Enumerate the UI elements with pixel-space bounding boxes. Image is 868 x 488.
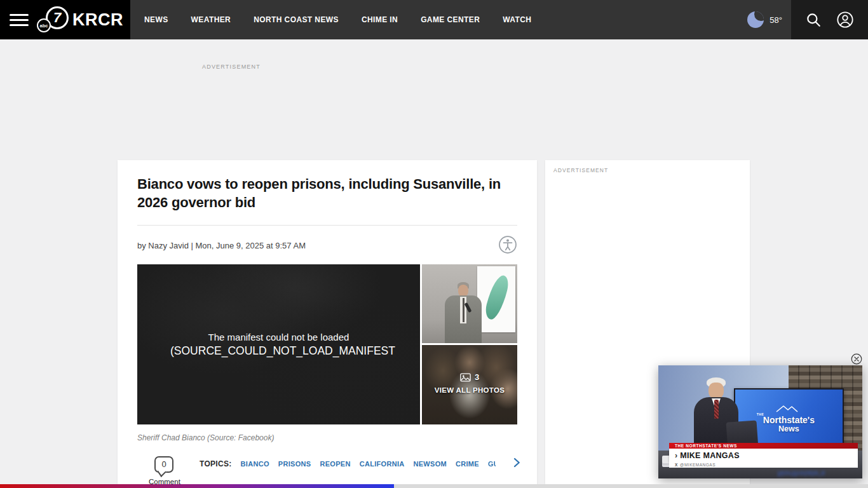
nav-item-north-coast-news[interactable]: NORTH COAST NEWS (254, 15, 339, 24)
x-social-icon: X (675, 463, 678, 468)
accessibility-icon (498, 235, 517, 254)
main-nav: NEWS WEATHER NORTH COAST NEWS CHIME IN G… (130, 0, 791, 39)
topics-row: TOPICS: BIANCO PRISONS REOPEN CALIFORNIA… (200, 459, 496, 468)
byline-row: by Nazy Javid | Mon, June 9, 2025 at 9:5… (137, 235, 517, 256)
lower-third-namebar: MIKE MANGAS (669, 449, 858, 462)
article-byline: by Nazy Javid | Mon, June 9, 2025 at 9:5… (137, 241, 306, 250)
video-error-line1: The manifest could not be loaded (137, 332, 420, 342)
lower-third-handle-row: X@MIKEMANGAS (669, 462, 858, 468)
temperature-readout: 58° (770, 15, 782, 25)
photo-caption: Sheriff Chad Bianco (Source: Facebook) (137, 433, 517, 442)
photo-thumbnail-crowd[interactable]: 3 VIEW ALL PHOTOS (422, 345, 517, 424)
lower-third: THE NORTHSTATE'S NEWS MIKE MANGAS X@MIKE… (669, 443, 858, 468)
photo-thumbnail-speaker[interactable] (422, 264, 517, 344)
screen-logo-name: Northstate's (763, 416, 815, 424)
photo-count-row: 3 (460, 372, 479, 382)
comment-bubble-icon: 0 (154, 456, 173, 473)
search-button[interactable] (805, 11, 822, 28)
nav-item-weather[interactable]: WEATHER (191, 15, 231, 24)
screen-logo-news: News (778, 424, 799, 433)
accessibility-button[interactable] (498, 235, 517, 256)
speaker-figure (458, 285, 468, 297)
abc7-logo-icon: 7 abc (38, 6, 69, 34)
top-advertisement-label: ADVERTISEMENT (202, 64, 261, 70)
topics-label: TOPICS: (200, 459, 232, 468)
account-button[interactable] (836, 11, 854, 29)
topics-scroll-button[interactable] (511, 457, 522, 470)
logo-reflection: Northstate's (754, 469, 849, 478)
header-actions (791, 0, 868, 39)
lower-third-banner: THE NORTHSTATE'S NEWS (669, 443, 858, 449)
nav-item-news[interactable]: NEWS (144, 15, 168, 24)
bottom-strip (0, 484, 868, 488)
topic-link-prisons[interactable]: PRISONS (278, 460, 311, 468)
sidebar-advertisement-label: ADVERTISEMENT (553, 167, 742, 173)
view-all-photos-overlay[interactable]: 3 VIEW ALL PHOTOS (422, 345, 517, 424)
mountain-logo-icon (769, 404, 808, 412)
top-navigation-bar: 7 abc KRCR NEWS WEATHER NORTH COAST NEWS… (0, 0, 868, 39)
wall-art-frame (477, 266, 515, 332)
anchor-handle: @MIKEMANGAS (680, 463, 715, 468)
sticky-video-player[interactable]: THE Northstate's News Northstate's THE N… (658, 365, 862, 478)
engagement-row: 0 Comment TOPICS: BIANCO PRISONS REOPEN … (137, 456, 517, 488)
photo-count: 3 (475, 372, 479, 382)
topic-link-crime[interactable]: CRIME (456, 460, 479, 468)
article-title: Bianco vows to reopen prisons, including… (137, 175, 517, 212)
topic-link-reopen[interactable]: REOPEN (320, 460, 350, 468)
photo-thumbnails: 3 VIEW ALL PHOTOS (422, 264, 517, 424)
bottom-gradient-bar (0, 484, 394, 488)
topic-link-bianco[interactable]: BIANCO (241, 460, 269, 468)
video-error-line2: (SOURCE_COULD_NOT_LOAD_MANIFEST (170, 344, 395, 358)
topic-link-california[interactable]: CALIFORNIA (360, 460, 405, 468)
menu-icon[interactable] (10, 14, 29, 26)
feather-art (484, 273, 511, 321)
comment-button[interactable]: 0 Comment (149, 456, 179, 485)
station-call-letters: KRCR (72, 10, 123, 30)
article-card: Bianco vows to reopen prisons, including… (118, 160, 537, 484)
close-sticky-video-button[interactable] (851, 353, 862, 367)
anchor-name: MIKE MANGAS (675, 452, 858, 459)
nav-item-chime-in[interactable]: CHIME IN (362, 15, 398, 24)
video-player[interactable]: The manifest could not be loaded (SOURCE… (137, 264, 420, 424)
account-icon (836, 11, 854, 29)
view-all-photos-label: VIEW ALL PHOTOS (435, 386, 505, 394)
photos-icon (460, 373, 471, 382)
nav-item-game-center[interactable]: GAME CENTER (421, 15, 480, 24)
abc-circle: abc (37, 18, 51, 32)
station-logo[interactable]: 7 abc KRCR (38, 6, 123, 34)
moon-icon (747, 11, 764, 28)
topic-link-newsom[interactable]: NEWSOM (413, 460, 447, 468)
chevron-right-icon (511, 457, 522, 468)
article-media: The manifest could not be loaded (SOURCE… (137, 264, 517, 424)
logo-block: 7 abc KRCR (0, 0, 130, 39)
topic-link-gubernatorial[interactable]: GUBERNATORIAL (488, 460, 496, 468)
search-icon (805, 11, 822, 28)
weather-widget[interactable]: 58° (747, 11, 791, 28)
close-icon (851, 353, 862, 365)
title-divider (137, 225, 517, 226)
nav-item-watch[interactable]: WATCH (503, 15, 531, 24)
